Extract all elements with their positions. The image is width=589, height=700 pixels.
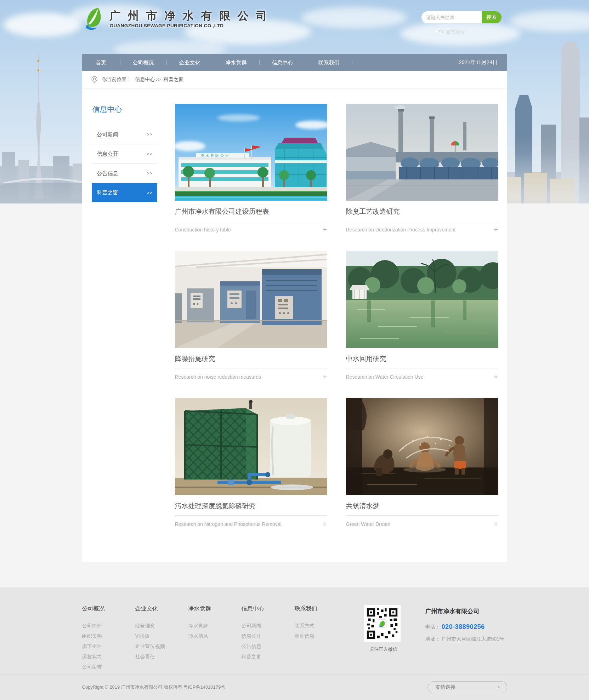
qr-code (364, 605, 401, 642)
footer: 公司概况 公司简介 组织架构 旗下企业 运营实力 公司荣誉 企业文化 经营理念 … (0, 587, 589, 700)
plus-icon[interactable]: + (323, 373, 327, 380)
footer-col-title: 联系我们 (295, 605, 348, 613)
leaf-logo-icon (83, 7, 105, 30)
search-input[interactable] (421, 11, 482, 23)
chevron-double-icon: >> (147, 190, 152, 195)
card-subtitle: Research on Nitrogen and Phosphorus Remo… (175, 521, 282, 527)
search-bar: 搜索 (421, 11, 502, 23)
breadcrumb-label: 你当前位置： (102, 76, 132, 83)
logo[interactable]: 广 州 市 净 水 有 限 公 司 GUANGZHOU SEWAGE PURIF… (83, 7, 269, 30)
search-button[interactable]: 搜索 (482, 11, 502, 23)
footer-link[interactable]: 运营实力 (82, 652, 135, 662)
chevron-double-icon: >> (147, 171, 152, 176)
svg-text:净水有限公司: 净水有限公司 (200, 154, 230, 157)
article-card: 净水有限公司 (175, 104, 327, 234)
card-subtitle: Research on Deodorization Process Improv… (346, 227, 456, 233)
main-nav: 首页 公司概况 企业文化 净水党群 信息中心 联系我们 2021年11月24日 (82, 54, 507, 71)
footer-link[interactable]: 公司荣誉 (82, 662, 135, 672)
footer-link[interactable]: 公告信息 (242, 641, 295, 652)
card-subtitle: Construction history table (175, 227, 231, 233)
footer-link[interactable]: 公司新闻 (242, 621, 295, 631)
sidebar-title: 信息中心 (92, 104, 157, 114)
breadcrumb-separator: >> (156, 77, 160, 82)
footer-link[interactable]: 净水清风 (188, 631, 242, 641)
footer-link[interactable]: 社会责任 (135, 652, 188, 662)
footer-col-title: 企业文化 (135, 605, 188, 613)
footer-link[interactable]: 组织架构 (82, 631, 135, 641)
breadcrumb-current[interactable]: 科普之窗 (164, 76, 183, 83)
plus-icon[interactable]: + (323, 226, 327, 233)
footer-link[interactable]: 地址信息 (295, 631, 348, 641)
footer-link[interactable]: 信息公开 (242, 631, 295, 641)
footer-link[interactable]: VI形象 (135, 631, 188, 641)
card-title[interactable]: 共筑清水梦 (346, 501, 498, 511)
sidebar-item-label: 科普之窗 (97, 189, 118, 196)
header: 广 州 市 净 水 有 限 公 司 GUANGZHOU SEWAGE PURIF… (82, 0, 507, 54)
footer-link[interactable]: 经营理念 (135, 621, 188, 631)
card-image-deodorization-plant[interactable] (346, 104, 498, 201)
card-title[interactable]: 污水处理深度脱氮除磷研究 (175, 501, 327, 511)
official-wechat[interactable]: 官方微信 (435, 28, 465, 35)
plus-icon[interactable]: + (494, 226, 498, 233)
card-image-children-water[interactable] (346, 398, 498, 495)
article-card: 污水处理深度脱氮除磷研究 Research on Nitrogen and Ph… (175, 398, 327, 528)
card-image-noise-equipment[interactable] (175, 251, 327, 348)
phone-number: 020-38890256 (442, 623, 485, 631)
nav-item-contact[interactable]: 联系我们 (306, 60, 352, 65)
copyright-text: CopyRight © 2019 广州市净水有限公司 版权所有 粤ICP备140… (82, 684, 226, 690)
address-value: 广州市天河区临江大道501号 (442, 636, 504, 642)
chevron-double-icon: >> (147, 151, 152, 156)
nav-item-home[interactable]: 首页 (82, 60, 120, 65)
footer-col-info: 信息中心 公司新闻 信息公开 公告信息 科普之窗 (242, 605, 295, 674)
sidebar-item-label: 公司新闻 (97, 131, 118, 138)
card-title[interactable]: 除臭工艺改造研究 (346, 207, 498, 216)
card-subtitle: Green Water Dream (346, 521, 391, 527)
plus-icon[interactable]: + (494, 521, 498, 528)
card-title[interactable]: 广州市净水有限公司建设历程表 (175, 207, 327, 216)
sidebar-item-info-disclosure[interactable]: 信息公开 >> (92, 144, 157, 164)
sidebar-item-label: 信息公开 (97, 151, 118, 157)
sidebar-item-science-window[interactable]: 科普之窗 >> (92, 183, 157, 202)
footer-col-title: 信息中心 (242, 605, 295, 613)
card-image-treatment-tank[interactable] (175, 398, 327, 495)
copyright-bar: CopyRight © 2019 广州市净水有限公司 版权所有 粤ICP备140… (0, 674, 589, 700)
nav-item-company[interactable]: 公司概况 (120, 60, 167, 65)
article-card: 降噪措施研究 Research on noise reduction measu… (175, 251, 327, 381)
sidebar-item-announcements[interactable]: 公告信息 >> (92, 164, 157, 183)
card-title[interactable]: 降噪措施研究 (175, 354, 327, 363)
footer-col-company: 公司概况 公司简介 组织架构 旗下企业 运营实力 公司荣誉 (82, 605, 135, 674)
footer-link[interactable]: 公司简介 (82, 621, 135, 631)
sidebar-item-company-news[interactable]: 公司新闻 >> (92, 125, 157, 144)
content-wrapper: 你当前位置： 信息中心 >> 科普之窗 信息中心 公司新闻 >> 信息公开 >>… (82, 71, 507, 562)
footer-link[interactable]: 净水党建 (188, 621, 242, 631)
wechat-label: 官方微信 (446, 28, 465, 35)
footer-link[interactable]: 企业宣传视频 (135, 641, 188, 652)
footer-col-title: 净水党群 (188, 605, 242, 613)
card-subtitle: Research on Water Circulation Use (346, 374, 424, 380)
chevron-double-icon: >> (147, 132, 152, 137)
plus-icon[interactable]: + (494, 373, 498, 380)
company-name: 广 州 市 净 水 有 限 公 司 (110, 10, 269, 22)
footer-link[interactable]: 旗下企业 (82, 641, 135, 652)
sidebar: 信息中心 公司新闻 >> 信息公开 >> 公告信息 >> 科普之窗 >> (92, 104, 157, 528)
article-card: 除臭工艺改造研究 Research on Deodorization Proce… (346, 104, 498, 234)
footer-link[interactable]: 联系方式 (295, 621, 348, 631)
breadcrumb-section[interactable]: 信息中心 (135, 76, 155, 83)
wechat-icon (435, 28, 443, 35)
plus-icon[interactable]: + (323, 521, 327, 528)
footer-company-name: 广州市净水有限公司 (425, 607, 504, 615)
address-label: 地址： (425, 636, 440, 642)
nav-item-party[interactable]: 净水党群 (213, 60, 260, 65)
nav-item-info[interactable]: 信息中心 (260, 60, 306, 65)
nav-item-culture[interactable]: 企业文化 (167, 60, 213, 65)
card-title[interactable]: 中水回用研究 (346, 354, 498, 363)
footer-col-title: 公司概况 (82, 605, 135, 613)
article-card: 中水回用研究 Research on Water Circulation Use… (346, 251, 498, 381)
footer-link[interactable]: 科普之窗 (242, 652, 295, 662)
card-image-water-pond[interactable] (346, 251, 498, 348)
article-grid: 净水有限公司 (175, 104, 498, 528)
card-image-company-building[interactable]: 净水有限公司 (175, 104, 327, 201)
current-date: 2021年11月24日 (459, 59, 507, 66)
location-pin-icon (91, 76, 97, 83)
friend-links-select[interactable]: 友情链接 ∧ (427, 681, 507, 693)
